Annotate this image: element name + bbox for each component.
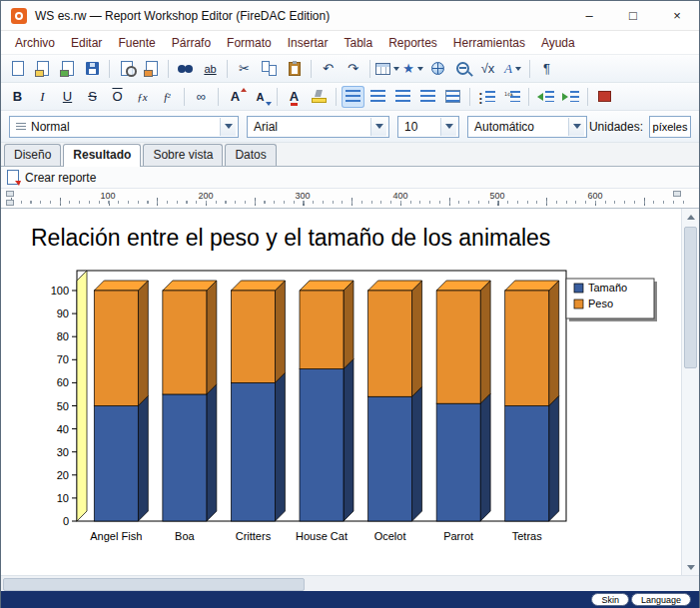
new-document-button[interactable]: [6, 58, 29, 80]
font-color-button[interactable]: A: [283, 86, 306, 108]
ruler-minor-ticks: [11, 201, 685, 204]
menu-tabla[interactable]: Tabla: [336, 33, 380, 53]
numbering-button[interactable]: [500, 86, 523, 108]
paste-button[interactable]: [283, 58, 306, 80]
text-style-icon: A: [504, 61, 512, 77]
equation-button[interactable]: √x: [476, 58, 499, 80]
hyperlink-globe-button[interactable]: [426, 58, 449, 80]
superscript-button[interactable]: f²: [156, 86, 179, 108]
horizontal-scroll-thumb[interactable]: [3, 578, 305, 591]
subscript-icon: ƒx: [137, 91, 147, 103]
decrease-indent-button[interactable]: [534, 86, 557, 108]
print-preview-button[interactable]: [115, 58, 138, 80]
menu-herramientas[interactable]: Herramientas: [445, 33, 533, 53]
shrink-font-button[interactable]: A: [249, 86, 272, 108]
language-button[interactable]: Language: [631, 593, 691, 606]
document-view: Relación entre el peso y el tamaño de lo…: [1, 209, 699, 575]
svg-text:70: 70: [57, 353, 69, 365]
chart-title: Relación entre el peso y el tamaño de lo…: [31, 225, 550, 252]
font-size-arrow[interactable]: [440, 118, 456, 136]
subscript-button[interactable]: ƒx: [131, 86, 154, 108]
font-size-combo[interactable]: 10: [397, 116, 459, 138]
svg-text:Peso: Peso: [588, 298, 613, 309]
insert-table-button[interactable]: [375, 58, 399, 80]
left-margin-marker[interactable]: [6, 200, 14, 206]
menu-formato[interactable]: Formato: [219, 33, 280, 53]
style-combo[interactable]: Normal: [9, 116, 239, 138]
align-justify-icon: [420, 90, 435, 103]
copy-button[interactable]: [258, 58, 281, 80]
menu-editar[interactable]: Editar: [63, 33, 110, 53]
scroll-up-arrow-icon[interactable]: [682, 209, 699, 225]
cut-button[interactable]: ✂: [233, 58, 256, 80]
format-bar: Normal Arial 10 Automático Unidades: píx…: [1, 111, 699, 143]
redo-button[interactable]: ↷: [342, 58, 364, 80]
open-document-button[interactable]: [31, 58, 54, 80]
color-combo[interactable]: Automático: [467, 116, 587, 138]
svg-text:20: 20: [57, 469, 69, 481]
window-title: WS es.rw — Report Workshop Editor (FireD…: [35, 9, 330, 23]
grow-font-button[interactable]: A: [224, 86, 247, 108]
underline-button[interactable]: U: [56, 86, 79, 108]
tab-diseno[interactable]: Diseño: [4, 144, 61, 166]
align-box-button[interactable]: [441, 86, 464, 108]
menu-reportes[interactable]: Reportes: [380, 33, 445, 53]
overline-button[interactable]: O: [106, 86, 129, 108]
menu-parrafo[interactable]: Párrafo: [164, 33, 219, 53]
page-setup-button[interactable]: [140, 58, 163, 80]
minimize-button[interactable]: –: [567, 1, 611, 30]
menu-archivo[interactable]: Archivo: [7, 33, 63, 53]
color-combo-arrow[interactable]: [568, 118, 584, 136]
font-combo[interactable]: Arial: [247, 116, 389, 138]
align-justify-button[interactable]: [416, 86, 439, 108]
scroll-down-arrow-icon[interactable]: [682, 559, 699, 575]
svg-text:Tetras: Tetras: [512, 530, 542, 542]
save-button[interactable]: [81, 58, 104, 80]
paragraph-shading-button[interactable]: [593, 86, 616, 108]
formatting-marks-button[interactable]: ¶: [535, 58, 558, 80]
align-left-button[interactable]: [342, 86, 364, 108]
menu-ayuda[interactable]: Ayuda: [533, 33, 583, 53]
menu-fuente[interactable]: Fuente: [110, 33, 163, 53]
style-combo-arrow[interactable]: [220, 118, 236, 136]
dropdown-arrow-icon: [417, 67, 423, 71]
increase-indent-button[interactable]: [559, 86, 582, 108]
insert-symbol-button[interactable]: ★: [401, 58, 424, 80]
bold-button[interactable]: B: [6, 86, 29, 108]
import-document-button[interactable]: [56, 58, 79, 80]
italic-button[interactable]: I: [31, 86, 54, 108]
vertical-scroll-thumb[interactable]: [684, 227, 697, 368]
tab-sobre-vista[interactable]: Sobre vista: [143, 144, 223, 166]
grow-font-icon: A: [231, 89, 240, 104]
zoom-button[interactable]: [451, 58, 474, 80]
left-indent-marker[interactable]: [6, 191, 14, 197]
create-report-button[interactable]: Crear reporte: [25, 171, 96, 185]
replace-button[interactable]: ab: [199, 58, 222, 80]
align-center-icon: [370, 90, 385, 103]
hyperlink-button[interactable]: ∞: [190, 86, 213, 108]
units-value[interactable]: píxeles: [649, 116, 691, 138]
menu-insertar[interactable]: Insertar: [280, 33, 337, 53]
close-button[interactable]: ×: [655, 1, 699, 30]
text-style-button[interactable]: A: [501, 58, 524, 80]
horizontal-scrollbar[interactable]: [1, 575, 699, 591]
ruler-mark-200: 200: [196, 191, 215, 201]
svg-text:30: 30: [57, 446, 69, 458]
skin-button[interactable]: Skin: [591, 593, 629, 606]
align-right-button[interactable]: [391, 86, 414, 108]
find-button[interactable]: [174, 58, 197, 80]
undo-button[interactable]: ↶: [317, 58, 340, 80]
bullets-button[interactable]: [475, 86, 498, 108]
font-combo-arrow[interactable]: [370, 118, 386, 136]
highlight-button[interactable]: [308, 86, 331, 108]
pilcrow-icon: ¶: [543, 61, 550, 76]
align-right-icon: [395, 90, 410, 103]
svg-text:60: 60: [57, 376, 69, 388]
vertical-scrollbar[interactable]: [681, 209, 699, 575]
right-margin-marker[interactable]: [673, 191, 681, 197]
strikethrough-button[interactable]: S: [81, 86, 104, 108]
tab-datos[interactable]: Datos: [225, 144, 276, 166]
align-center-button[interactable]: [366, 86, 389, 108]
maximize-button[interactable]: □: [611, 1, 655, 30]
tab-resultado[interactable]: Resultado: [63, 144, 141, 167]
